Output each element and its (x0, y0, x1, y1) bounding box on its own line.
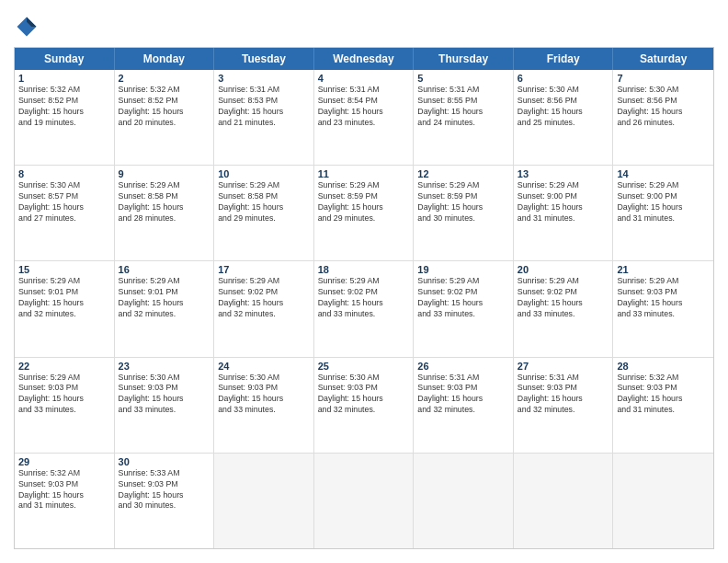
day-number: 10 (218, 168, 310, 179)
day-number: 19 (417, 264, 509, 275)
day-info: Sunrise: 5:29 AM Sunset: 9:02 PM Dayligh… (318, 276, 410, 320)
calendar-day-1: 1Sunrise: 5:32 AM Sunset: 8:52 PM Daylig… (15, 70, 115, 165)
weekday-header-thursday: Thursday (414, 48, 514, 70)
day-number: 5 (417, 73, 509, 84)
day-number: 21 (617, 264, 710, 275)
calendar-day-22: 22Sunrise: 5:29 AM Sunset: 9:03 PM Dayli… (15, 358, 115, 453)
calendar-day-19: 19Sunrise: 5:29 AM Sunset: 9:02 PM Dayli… (414, 261, 514, 356)
weekday-header-monday: Monday (115, 48, 215, 70)
calendar-day-20: 20Sunrise: 5:29 AM Sunset: 9:02 PM Dayli… (514, 261, 614, 356)
calendar-header: SundayMondayTuesdayWednesdayThursdayFrid… (15, 48, 713, 70)
header (14, 14, 714, 40)
weekday-header-friday: Friday (514, 48, 614, 70)
day-info: Sunrise: 5:29 AM Sunset: 8:59 PM Dayligh… (318, 180, 410, 224)
day-info: Sunrise: 5:30 AM Sunset: 9:03 PM Dayligh… (119, 373, 210, 417)
logo-icon (14, 14, 40, 40)
day-number: 7 (617, 73, 710, 84)
day-info: Sunrise: 5:29 AM Sunset: 9:02 PM Dayligh… (218, 276, 310, 320)
calendar-week-2: 8Sunrise: 5:30 AM Sunset: 8:57 PM Daylig… (15, 165, 713, 260)
day-number: 12 (417, 168, 509, 179)
day-info: Sunrise: 5:31 AM Sunset: 9:03 PM Dayligh… (518, 373, 609, 417)
day-info: Sunrise: 5:29 AM Sunset: 9:00 PM Dayligh… (617, 180, 710, 224)
day-info: Sunrise: 5:29 AM Sunset: 9:01 PM Dayligh… (119, 276, 210, 320)
calendar-empty-cell (514, 454, 614, 548)
day-number: 16 (119, 264, 210, 275)
day-info: Sunrise: 5:31 AM Sunset: 9:03 PM Dayligh… (417, 373, 509, 417)
day-info: Sunrise: 5:30 AM Sunset: 8:56 PM Dayligh… (617, 85, 710, 129)
day-number: 1 (18, 73, 110, 84)
day-info: Sunrise: 5:33 AM Sunset: 9:03 PM Dayligh… (119, 468, 210, 512)
calendar-empty-cell (613, 454, 713, 548)
day-info: Sunrise: 5:30 AM Sunset: 9:03 PM Dayligh… (218, 373, 310, 417)
day-number: 24 (218, 361, 310, 372)
calendar-day-27: 27Sunrise: 5:31 AM Sunset: 9:03 PM Dayli… (514, 358, 614, 453)
weekday-header-sunday: Sunday (15, 48, 115, 70)
day-number: 11 (318, 168, 410, 179)
weekday-header-saturday: Saturday (613, 48, 713, 70)
logo (14, 14, 43, 40)
calendar-day-26: 26Sunrise: 5:31 AM Sunset: 9:03 PM Dayli… (414, 358, 514, 453)
day-info: Sunrise: 5:29 AM Sunset: 8:58 PM Dayligh… (218, 180, 310, 224)
day-info: Sunrise: 5:32 AM Sunset: 8:52 PM Dayligh… (18, 85, 110, 129)
calendar-day-15: 15Sunrise: 5:29 AM Sunset: 9:01 PM Dayli… (15, 261, 115, 356)
calendar-empty-cell (214, 454, 314, 548)
calendar-empty-cell (414, 454, 514, 548)
calendar-body: 1Sunrise: 5:32 AM Sunset: 8:52 PM Daylig… (15, 70, 713, 548)
calendar-day-18: 18Sunrise: 5:29 AM Sunset: 9:02 PM Dayli… (314, 261, 415, 356)
calendar-day-12: 12Sunrise: 5:29 AM Sunset: 8:59 PM Dayli… (414, 166, 514, 260)
day-info: Sunrise: 5:31 AM Sunset: 8:54 PM Dayligh… (318, 85, 410, 129)
day-info: Sunrise: 5:30 AM Sunset: 8:57 PM Dayligh… (18, 180, 110, 224)
day-number: 23 (119, 361, 210, 372)
day-info: Sunrise: 5:29 AM Sunset: 9:00 PM Dayligh… (518, 180, 609, 224)
day-info: Sunrise: 5:30 AM Sunset: 8:56 PM Dayligh… (518, 85, 609, 129)
calendar-day-2: 2Sunrise: 5:32 AM Sunset: 8:52 PM Daylig… (115, 70, 215, 165)
day-info: Sunrise: 5:29 AM Sunset: 9:02 PM Dayligh… (518, 276, 609, 320)
calendar-day-3: 3Sunrise: 5:31 AM Sunset: 8:53 PM Daylig… (214, 70, 314, 165)
weekday-header-wednesday: Wednesday (314, 48, 415, 70)
calendar-day-28: 28Sunrise: 5:32 AM Sunset: 9:03 PM Dayli… (613, 358, 713, 453)
day-info: Sunrise: 5:32 AM Sunset: 9:03 PM Dayligh… (18, 468, 110, 512)
calendar-day-17: 17Sunrise: 5:29 AM Sunset: 9:02 PM Dayli… (214, 261, 314, 356)
calendar-day-23: 23Sunrise: 5:30 AM Sunset: 9:03 PM Dayli… (115, 358, 215, 453)
calendar-day-9: 9Sunrise: 5:29 AM Sunset: 8:58 PM Daylig… (115, 166, 215, 260)
page: SundayMondayTuesdayWednesdayThursdayFrid… (0, 0, 728, 563)
day-number: 29 (18, 456, 110, 467)
calendar-day-29: 29Sunrise: 5:32 AM Sunset: 9:03 PM Dayli… (15, 454, 115, 548)
day-number: 27 (518, 361, 609, 372)
day-number: 6 (518, 73, 609, 84)
calendar-week-3: 15Sunrise: 5:29 AM Sunset: 9:01 PM Dayli… (15, 260, 713, 356)
day-info: Sunrise: 5:29 AM Sunset: 9:03 PM Dayligh… (617, 276, 710, 320)
day-number: 26 (417, 361, 509, 372)
day-number: 13 (518, 168, 609, 179)
day-number: 18 (318, 264, 410, 275)
weekday-header-tuesday: Tuesday (214, 48, 314, 70)
calendar-day-13: 13Sunrise: 5:29 AM Sunset: 9:00 PM Dayli… (514, 166, 614, 260)
calendar-week-1: 1Sunrise: 5:32 AM Sunset: 8:52 PM Daylig… (15, 70, 713, 165)
calendar-day-25: 25Sunrise: 5:30 AM Sunset: 9:03 PM Dayli… (314, 358, 415, 453)
day-info: Sunrise: 5:31 AM Sunset: 8:53 PM Dayligh… (218, 85, 310, 129)
day-number: 4 (318, 73, 410, 84)
calendar-day-4: 4Sunrise: 5:31 AM Sunset: 8:54 PM Daylig… (314, 70, 415, 165)
day-number: 30 (119, 456, 210, 467)
calendar-day-6: 6Sunrise: 5:30 AM Sunset: 8:56 PM Daylig… (514, 70, 614, 165)
day-info: Sunrise: 5:32 AM Sunset: 9:03 PM Dayligh… (617, 373, 710, 417)
calendar-day-16: 16Sunrise: 5:29 AM Sunset: 9:01 PM Dayli… (115, 261, 215, 356)
day-number: 15 (18, 264, 110, 275)
day-info: Sunrise: 5:29 AM Sunset: 8:58 PM Dayligh… (119, 180, 210, 224)
day-number: 20 (518, 264, 609, 275)
calendar-day-24: 24Sunrise: 5:30 AM Sunset: 9:03 PM Dayli… (214, 358, 314, 453)
day-info: Sunrise: 5:30 AM Sunset: 9:03 PM Dayligh… (318, 373, 410, 417)
day-number: 3 (218, 73, 310, 84)
calendar-day-8: 8Sunrise: 5:30 AM Sunset: 8:57 PM Daylig… (15, 166, 115, 260)
calendar: SundayMondayTuesdayWednesdayThursdayFrid… (14, 47, 714, 549)
day-number: 14 (617, 168, 710, 179)
calendar-day-11: 11Sunrise: 5:29 AM Sunset: 8:59 PM Dayli… (314, 166, 415, 260)
day-number: 9 (119, 168, 210, 179)
day-number: 28 (617, 361, 710, 372)
calendar-day-7: 7Sunrise: 5:30 AM Sunset: 8:56 PM Daylig… (613, 70, 713, 165)
day-number: 17 (218, 264, 310, 275)
day-number: 25 (318, 361, 410, 372)
day-number: 2 (119, 73, 210, 84)
day-info: Sunrise: 5:32 AM Sunset: 8:52 PM Dayligh… (119, 85, 210, 129)
day-number: 8 (18, 168, 110, 179)
